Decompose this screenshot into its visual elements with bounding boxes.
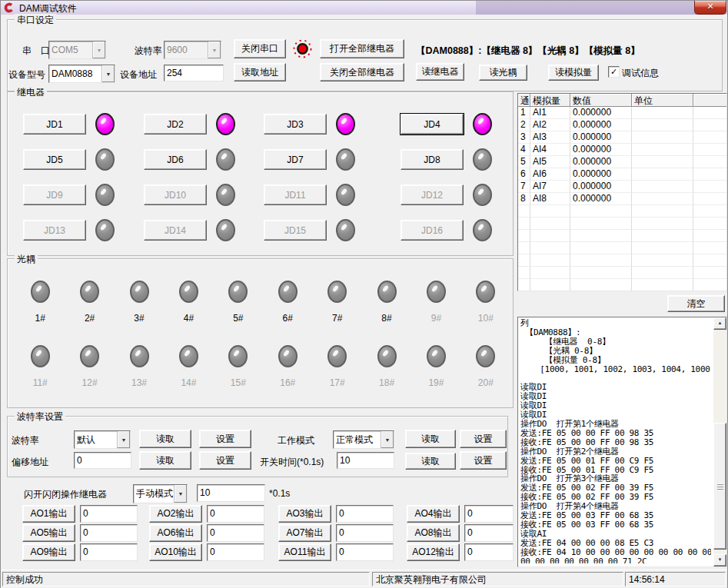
chevron-down-icon[interactable]: ▼ [208, 42, 221, 58]
opto-led-indicator [476, 345, 495, 367]
work-mode-read-button[interactable]: 读取 [405, 430, 456, 448]
baudrate-combo[interactable]: 9600 ▼ [164, 41, 221, 59]
chevron-down-icon[interactable]: ▼ [117, 431, 130, 448]
relay-button[interactable]: JD13 [23, 220, 86, 241]
chevron-down-icon[interactable]: ▼ [174, 485, 187, 503]
ao-output-button[interactable]: AO5输出 [22, 524, 75, 542]
chevron-down-icon[interactable]: ▼ [101, 65, 115, 82]
ao-output-button[interactable]: AO3输出 [278, 505, 331, 523]
relay-button[interactable]: JD16 [401, 220, 464, 241]
work-mode-combo[interactable]: 正常模式 ▼ [333, 430, 394, 449]
device-address-input[interactable]: 254 [164, 65, 224, 81]
ao-output-button[interactable]: AO1输出 [22, 505, 75, 523]
flash-time-input[interactable]: 10 [197, 484, 265, 502]
close-all-relays-button[interactable]: 关闭全部继电器 [320, 63, 404, 81]
opto-channel-label: 9# [431, 313, 441, 324]
clear-log-button[interactable]: 清空 [667, 295, 725, 312]
ao-output-button[interactable]: AO9输出 [22, 543, 75, 561]
read-address-button[interactable]: 读取地址 [234, 63, 286, 81]
switch-time-set-button[interactable]: 设置 [460, 451, 507, 470]
ao-value-input[interactable]: 0 [80, 524, 138, 542]
header-analog[interactable]: 模拟量 [530, 94, 570, 107]
relay-cell: JD7 [264, 148, 355, 171]
cell-analog-name: AI5 [530, 156, 570, 168]
ao-value-input[interactable]: 0 [207, 505, 264, 523]
cell-analog-name [530, 230, 570, 242]
ao-output-button[interactable]: AO2输出 [149, 505, 202, 523]
relay-button[interactable]: JD14 [144, 220, 207, 241]
log-text: 列 【DAM0888】: 【继电器 0-8】 【光耦 0-8】 【模拟量 0-8… [520, 319, 711, 563]
device-info-label: 【DAM0888】:【继电器 8】【光耦 8】【模拟量 8】 [416, 45, 640, 58]
relay-button[interactable]: JD10 [144, 184, 207, 205]
ao-value-input[interactable]: 0 [336, 543, 394, 561]
log-scrollbar[interactable]: ▲ ▼ [713, 317, 726, 566]
read-opto-button[interactable]: 读光耦 [479, 65, 527, 81]
relay-button[interactable]: JD1 [23, 114, 86, 135]
baud-setting-combo[interactable]: 默认 ▼ [74, 430, 131, 449]
titlebar[interactable]: DAM调试软件 ✕ [1, 1, 727, 15]
relay-button[interactable]: JD5 [23, 149, 86, 170]
ao-value-input[interactable]: 0 [464, 505, 514, 523]
scrollbar-thumb[interactable] [713, 423, 726, 550]
led-highlight [477, 223, 484, 231]
ao-value-input[interactable]: 0 [464, 524, 514, 542]
ao-value-input[interactable]: 0 [336, 524, 394, 542]
relay-button[interactable]: JD2 [144, 114, 207, 135]
offset-address-input[interactable]: 0 [74, 452, 131, 469]
ao-value-input[interactable]: 0 [336, 505, 394, 523]
ao-value-input[interactable]: 0 [207, 524, 264, 542]
port-combo[interactable]: COM5 ▼ [48, 41, 106, 59]
cell-value [570, 205, 632, 218]
flash-mode-combo[interactable]: 手动模式 ▼ [133, 484, 188, 503]
ao-output-button[interactable]: AO8输出 [407, 524, 460, 542]
offset-read-button[interactable]: 读取 [139, 451, 191, 470]
relay-button[interactable]: JD4 [401, 114, 464, 135]
ao-output-button[interactable]: AO12输出 [407, 543, 460, 561]
baud-read-button[interactable]: 读取 [139, 430, 191, 448]
relay-button[interactable]: JD9 [23, 184, 86, 205]
scroll-down-icon[interactable]: ▼ [713, 554, 726, 566]
log-panel[interactable]: 列 【DAM0888】: 【继电器 0-8】 【光耦 0-8】 【模拟量 0-8… [517, 317, 727, 567]
work-mode-set-button[interactable]: 设置 [460, 430, 507, 448]
relay-button[interactable]: JD3 [264, 114, 327, 135]
scrollbar-grip [717, 483, 723, 490]
close-serial-button[interactable]: 关闭串口 [234, 39, 286, 58]
scroll-up-icon[interactable]: ▲ [713, 317, 726, 330]
led-highlight [341, 223, 347, 231]
ao-output-button[interactable]: AO10输出 [149, 543, 202, 561]
relay-button[interactable]: JD15 [264, 220, 327, 241]
opto-led-indicator [476, 281, 495, 303]
relay-button[interactable]: JD7 [264, 149, 327, 170]
chevron-down-icon[interactable]: ▼ [92, 42, 105, 58]
ao-output-button[interactable]: AO11输出 [278, 543, 331, 561]
relay-button[interactable]: JD12 [401, 184, 464, 205]
read-analog-button[interactable]: 读模拟量 [548, 65, 599, 81]
ao-value-input[interactable]: 0 [207, 543, 264, 561]
cell-extra [693, 205, 726, 218]
relay-button[interactable]: JD8 [401, 149, 464, 170]
ao-output-button[interactable]: AO6输出 [149, 524, 202, 542]
chevron-down-icon[interactable]: ▼ [381, 431, 394, 448]
analog-table[interactable]: 通 模拟量 数值 单位 1 AI1 0.000000 2 AI2 0.00000… [517, 93, 727, 291]
read-relays-button[interactable]: 读继电器 [416, 63, 464, 81]
baud-set-button[interactable]: 设置 [199, 430, 251, 448]
offset-set-button[interactable]: 设置 [199, 451, 251, 470]
switch-time-read-button[interactable]: 读取 [405, 453, 456, 470]
header-value[interactable]: 数值 [570, 94, 632, 107]
ao-output-button[interactable]: AO4输出 [407, 505, 460, 523]
ao-value-input[interactable]: 0 [80, 543, 138, 561]
device-model-combo[interactable]: DAM0888 ▼ [48, 65, 115, 83]
open-all-relays-button[interactable]: 打开全部继电器 [320, 39, 404, 58]
header-channel[interactable]: 通 [518, 94, 530, 107]
debug-info-checkbox[interactable]: ✓ [608, 66, 620, 78]
ao-output-button[interactable]: AO7输出 [278, 524, 331, 542]
header-unit[interactable]: 单位 [632, 94, 693, 107]
close-button[interactable]: ✕ [694, 1, 726, 15]
relay-button[interactable]: JD11 [264, 184, 327, 205]
ao-value-input[interactable]: 0 [464, 543, 514, 561]
relay-button[interactable]: JD6 [144, 149, 207, 170]
switch-time-input[interactable]: 10 [337, 452, 394, 469]
ao-value-input[interactable]: 0 [80, 505, 138, 523]
analog-table-row [518, 205, 726, 218]
led-highlight [381, 284, 388, 292]
